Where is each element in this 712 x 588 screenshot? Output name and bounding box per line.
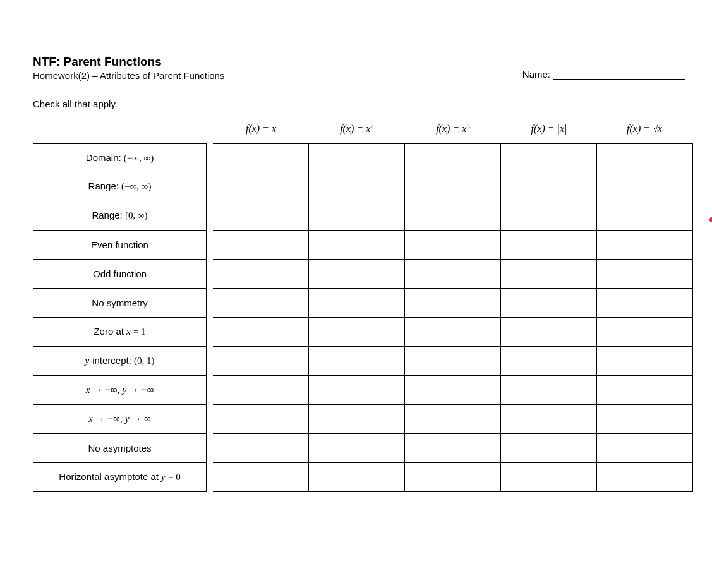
row-label: Zero at x = 1 bbox=[33, 318, 207, 347]
check-cell[interactable] bbox=[405, 143, 501, 172]
table-row: Domain: (−∞, ∞) bbox=[33, 143, 693, 172]
check-cell[interactable] bbox=[405, 172, 501, 201]
row-gap bbox=[207, 172, 213, 201]
name-field: Name: bbox=[522, 69, 685, 80]
row-gap bbox=[207, 289, 213, 318]
table-body: Domain: (−∞, ∞)Range: (−∞, ∞)Range: [0, … bbox=[33, 143, 693, 492]
check-cell[interactable] bbox=[309, 231, 405, 260]
check-cell[interactable] bbox=[213, 405, 309, 434]
col-header-fx-sqrtx: f(x) = √x bbox=[597, 114, 693, 143]
check-cell[interactable] bbox=[597, 143, 693, 172]
check-cell[interactable] bbox=[501, 347, 597, 376]
check-cell[interactable] bbox=[309, 376, 405, 405]
check-cell[interactable] bbox=[309, 260, 405, 289]
check-cell[interactable] bbox=[309, 143, 405, 172]
check-cell[interactable] bbox=[213, 231, 309, 260]
col-header-fx-x2: f(x) = x2 bbox=[309, 114, 405, 143]
check-cell[interactable] bbox=[501, 434, 597, 463]
check-cell[interactable] bbox=[213, 463, 309, 492]
check-cell[interactable] bbox=[597, 172, 693, 201]
check-cell[interactable] bbox=[309, 318, 405, 347]
row-label: Range: [0, ∞) bbox=[33, 201, 207, 231]
check-cell[interactable] bbox=[501, 201, 597, 231]
check-cell[interactable] bbox=[213, 201, 309, 231]
row-label: x → −∞, y → −∞ bbox=[33, 376, 207, 405]
check-cell[interactable] bbox=[405, 231, 501, 260]
name-input-line[interactable] bbox=[553, 70, 685, 80]
check-cell[interactable] bbox=[309, 201, 405, 231]
table-row: y-intercept: (0, 1) bbox=[33, 347, 693, 376]
row-gap bbox=[207, 318, 213, 347]
check-cell[interactable] bbox=[597, 434, 693, 463]
row-label: x → −∞, y → ∞ bbox=[33, 405, 207, 434]
check-cell[interactable] bbox=[597, 376, 693, 405]
check-cell[interactable] bbox=[213, 289, 309, 318]
attributes-table: f(x) = x f(x) = x2 f(x) = x3 f(x) = |x| … bbox=[33, 114, 693, 492]
check-cell[interactable] bbox=[213, 318, 309, 347]
check-cell[interactable] bbox=[597, 289, 693, 318]
check-cell[interactable] bbox=[501, 405, 597, 434]
col-header-fx-x3: f(x) = x3 bbox=[405, 114, 501, 143]
worksheet-page: NTF: Parent Functions Homework(2) – Attr… bbox=[0, 0, 712, 588]
check-cell[interactable] bbox=[405, 376, 501, 405]
check-cell[interactable] bbox=[309, 347, 405, 376]
check-cell[interactable] bbox=[501, 231, 597, 260]
table-row: Range: [0, ∞) bbox=[33, 201, 693, 231]
check-cell[interactable] bbox=[597, 463, 693, 492]
row-gap bbox=[207, 260, 213, 289]
table-header-row: f(x) = x f(x) = x2 f(x) = x3 f(x) = |x| … bbox=[33, 114, 693, 143]
check-cell[interactable] bbox=[597, 347, 693, 376]
check-cell[interactable] bbox=[309, 463, 405, 492]
name-label: Name: bbox=[522, 69, 550, 80]
row-gap bbox=[207, 143, 213, 172]
row-label: Domain: (−∞, ∞) bbox=[33, 143, 207, 172]
row-gap bbox=[207, 405, 213, 434]
check-cell[interactable] bbox=[597, 201, 693, 231]
table-row: No symmetry bbox=[33, 289, 693, 318]
check-cell[interactable] bbox=[597, 318, 693, 347]
check-cell[interactable] bbox=[501, 289, 597, 318]
check-cell[interactable] bbox=[213, 143, 309, 172]
row-label: No asymptotes bbox=[33, 434, 207, 463]
check-cell[interactable] bbox=[213, 172, 309, 201]
row-gap bbox=[207, 201, 213, 231]
table-row: Range: (−∞, ∞) bbox=[33, 172, 693, 201]
check-cell[interactable] bbox=[501, 260, 597, 289]
check-cell[interactable] bbox=[597, 231, 693, 260]
table-row: Horizontal asymptote at y = 0 bbox=[33, 463, 693, 492]
check-cell[interactable] bbox=[405, 434, 501, 463]
check-cell[interactable] bbox=[405, 201, 501, 231]
check-cell[interactable] bbox=[597, 405, 693, 434]
check-cell[interactable] bbox=[501, 143, 597, 172]
check-cell[interactable] bbox=[501, 318, 597, 347]
page-title: NTF: Parent Functions bbox=[33, 56, 224, 69]
check-cell[interactable] bbox=[501, 172, 597, 201]
table-row: No asymptotes bbox=[33, 434, 693, 463]
check-cell[interactable] bbox=[309, 172, 405, 201]
row-label: Odd function bbox=[33, 260, 207, 289]
row-label: Horizontal asymptote at y = 0 bbox=[33, 463, 207, 492]
check-cell[interactable] bbox=[213, 347, 309, 376]
table-row: x → −∞, y → ∞ bbox=[33, 405, 693, 434]
check-cell[interactable] bbox=[213, 260, 309, 289]
check-cell[interactable] bbox=[405, 463, 501, 492]
header-gap bbox=[207, 114, 213, 143]
check-cell[interactable] bbox=[309, 289, 405, 318]
row-gap bbox=[207, 376, 213, 405]
check-cell[interactable] bbox=[405, 260, 501, 289]
check-cell[interactable] bbox=[213, 434, 309, 463]
check-cell[interactable] bbox=[501, 463, 597, 492]
table-row: Even function bbox=[33, 231, 693, 260]
row-gap bbox=[207, 463, 213, 492]
check-cell[interactable] bbox=[309, 405, 405, 434]
check-cell[interactable] bbox=[405, 318, 501, 347]
check-cell[interactable] bbox=[405, 347, 501, 376]
check-cell[interactable] bbox=[597, 260, 693, 289]
check-cell[interactable] bbox=[501, 376, 597, 405]
annotation-dot-icon bbox=[709, 217, 712, 222]
check-cell[interactable] bbox=[213, 376, 309, 405]
check-cell[interactable] bbox=[405, 405, 501, 434]
col-header-fx-absx: f(x) = |x| bbox=[501, 114, 597, 143]
check-cell[interactable] bbox=[405, 289, 501, 318]
check-cell[interactable] bbox=[309, 434, 405, 463]
